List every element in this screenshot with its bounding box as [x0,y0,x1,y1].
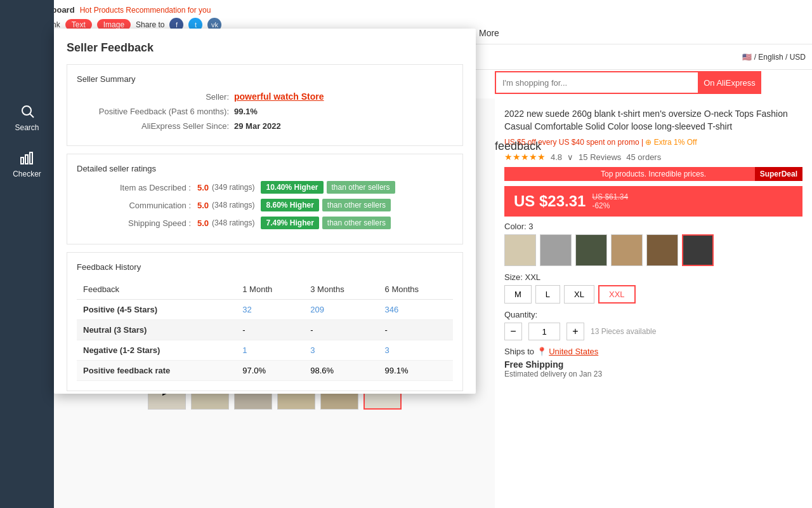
other-sellers-badge-0: than other sellers [327,181,395,194]
rating-count-2: (348 ratings) [212,218,254,227]
table-row: Neutral (3 Stars) - - - [77,320,453,340]
row-label-negative: Negative (1-2 Stars) [77,340,236,361]
feedback-history-header: Feedback History [77,262,453,272]
rating-item-1: Communication : 5.0 (348 ratings) 8.60% … [77,199,453,211]
svg-rect-2 [21,157,23,164]
detailed-ratings-header: Detailed seller ratings [77,164,453,173]
size-xl[interactable]: XL [564,285,594,304]
rating-row: ★★★★★ 4.8 ∨ 15 Reviews 45 orders [504,152,802,162]
seller-name-row: Seller: powerful watch Store [77,91,453,102]
neutral-3months: - [304,320,378,340]
positive-feedback-value: 99.1% [234,107,258,116]
rating-count-0: (349 ratings) [212,183,254,192]
rating-score-1: 5.0 [197,201,209,210]
quantity-section: Quantity: − + 13 Pieces available [504,310,802,340]
neutral-1month: - [236,320,304,340]
search-button[interactable]: On AliExpress [698,71,761,94]
share-to-label: Share to [136,20,164,29]
hot-products-link[interactable]: Hot Products Recommendation for you [80,6,211,15]
color-label: Color: 3 [504,222,802,231]
negative-6months[interactable]: 3 [385,345,390,355]
rate-6months: 99.1% [379,361,453,381]
promo-text: US $5 off every US $40 spent on promo | … [504,138,802,147]
table-header-row: Feedback 1 Month 3 Months 6 Months [77,279,453,300]
color-swatches [504,234,802,266]
sidebar-item-search[interactable]: Search [2,95,53,138]
positive-6months[interactable]: 346 [385,305,399,314]
quantity-increase-button[interactable]: + [566,323,584,340]
seller-feedback-modal: Seller Feedback Seller Summary Seller: p… [54,29,476,394]
rating-score-2: 5.0 [197,218,209,228]
color-swatch-4[interactable] [646,234,678,266]
quantity-decrease-button[interactable]: − [504,323,522,340]
seller-summary-section: Seller Summary Seller: powerful watch St… [67,64,463,146]
negative-3months[interactable]: 3 [310,345,315,355]
positive-feedback-label: Positive Feedback (Past 6 months): [77,107,229,116]
svg-rect-3 [25,155,28,164]
rating-item-0: Item as Described : 5.0 (349 ratings) 10… [77,181,453,194]
color-swatch-2[interactable] [575,234,607,266]
color-section: Color: 3 [504,222,802,266]
rating-number: 4.8 [551,152,562,162]
higher-badge-1: 8.60% Higher [261,199,318,211]
size-m[interactable]: M [504,285,532,304]
size-options: M L XL XXL [504,285,802,304]
color-swatch-1[interactable] [540,234,572,266]
sidebar-item-checker[interactable]: Checker [2,142,53,185]
location-link[interactable]: United States [549,347,598,356]
svg-rect-4 [30,152,32,164]
svg-line-1 [30,114,34,118]
other-sellers-badge-2: than other sellers [322,217,391,229]
product-title: 2022 new suede 260g blank t-shirt men's … [504,108,802,133]
col-header-feedback: Feedback [77,279,236,300]
search-input[interactable] [495,71,698,94]
color-swatch-0[interactable] [504,234,536,266]
old-price: US $61.34 [592,192,628,201]
quantity-input[interactable] [528,323,560,340]
orders-count: 45 orders [626,152,661,162]
rating-category-0: Item as Described : [77,183,191,192]
svg-point-0 [22,106,31,115]
row-label-rate: Positive feedback rate [77,361,236,381]
chart-icon [18,148,37,167]
col-header-3months: 3 Months [304,279,378,300]
sidebar-search-label: Search [15,123,39,132]
higher-badge-0: 10.40% Higher [261,181,323,194]
product-info-panel: 2022 new suede 260g blank t-shirt men's … [495,98,812,508]
seller-name-link[interactable]: powerful watch Store [234,91,324,102]
size-xxl-selected[interactable]: XXL [598,285,636,304]
language-selector[interactable]: 🇺🇸 / English / USD [742,53,806,62]
current-price: US $23.31 [514,192,586,210]
reviews-link[interactable]: 15 Reviews [579,152,621,162]
neutral-6months: - [379,320,453,340]
feedback-right-header: feedback [495,140,541,153]
more-button[interactable]: More [479,28,499,38]
positive-3months[interactable]: 209 [310,305,324,314]
col-header-1month: 1 Month [236,279,304,300]
detailed-ratings-section: Detailed seller ratings Item as Describe… [67,154,463,244]
rating-category-1: Communication : [77,201,191,210]
other-sellers-badge-1: than other sellers [322,199,391,211]
rating-count-1: (348 ratings) [212,201,254,210]
negative-1month[interactable]: 1 [242,345,247,355]
ships-to-section: Ships to 📍 United States [504,347,802,356]
higher-badge-2: 7.49% Higher [261,217,318,229]
quantity-label: Quantity: [504,310,802,319]
rate-3months: 98.6% [304,361,378,381]
sidebar-checker-label: Checker [13,170,41,178]
size-l[interactable]: L [535,285,560,304]
positive-1month[interactable]: 32 [242,305,251,314]
modal-title: Seller Feedback [67,41,463,55]
row-label-positive: Positive (4-5 Stars) [77,300,236,320]
color-swatch-3[interactable] [611,234,643,266]
star-rating: ★★★★★ [504,152,546,162]
size-label: Size: XXL [504,272,802,282]
feedback-history-section: Feedback History Feedback 1 Month 3 Mont… [67,252,463,391]
rating-score-0: 5.0 [197,183,209,192]
top-products-banner: Top products. Incredible prices. SuperDe… [504,167,802,181]
color-swatch-5-selected[interactable] [682,234,714,266]
free-shipping-label: Free Shipping [504,359,802,370]
price-block: US $23.31 US $61.34 -62% [504,186,802,217]
seller-label: Seller: [77,92,229,102]
size-section: Size: XXL M L XL XXL [504,272,802,304]
